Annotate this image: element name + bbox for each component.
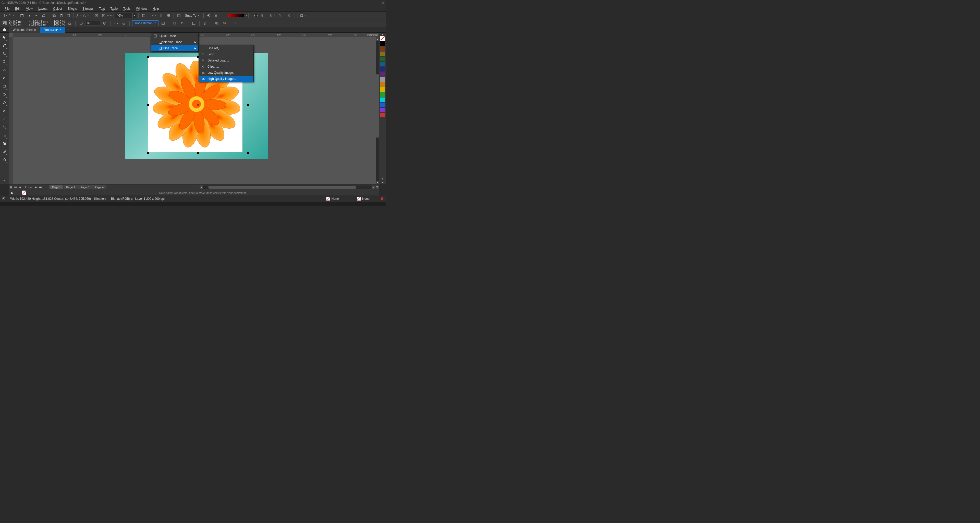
fill-tool[interactable]: ◢ [1, 156, 8, 163]
export-button[interactable] [100, 13, 107, 19]
rulers-button[interactable] [151, 13, 157, 19]
color-wheel-icon[interactable] [253, 13, 259, 19]
color-swatch[interactable] [380, 41, 385, 46]
vertical-ruler[interactable] [9, 37, 13, 184]
minimize-button[interactable]: — [369, 1, 372, 5]
wrap-icon[interactable] [191, 20, 197, 26]
parallel-dimension-tool[interactable]: ◢ [1, 115, 8, 122]
menu-tools[interactable]: Tools [121, 6, 133, 11]
menu-quick-trace[interactable]: Quick Trace [151, 33, 198, 39]
submenu-item-3[interactable]: Clipart... [199, 64, 253, 70]
color-swatch[interactable] [380, 92, 385, 97]
color-swatch[interactable] [380, 108, 385, 112]
close-button[interactable]: ✕ [382, 1, 384, 5]
color-swatch[interactable] [380, 67, 385, 72]
print-button[interactable] [41, 13, 47, 19]
connector-tool[interactable]: ◢ [1, 124, 8, 130]
palette-expand[interactable]: ◀ [380, 181, 385, 184]
prev-page-button[interactable]: ◀ [18, 185, 22, 189]
last-page-button[interactable]: ⏭ [38, 185, 43, 189]
options-button[interactable] [206, 13, 212, 19]
drop-shadow-tool[interactable]: ◢ [1, 132, 8, 139]
add-page-button[interactable]: + [43, 185, 48, 189]
options2-button[interactable] [213, 13, 219, 19]
polygon-tool[interactable]: ◢ [1, 99, 8, 106]
fullscreen-button[interactable] [141, 13, 147, 19]
zoom-dropdown[interactable]: ▼ [133, 13, 136, 18]
text-wrap-icon[interactable] [202, 20, 208, 26]
eyedropper-tool[interactable]: ◢ [1, 148, 8, 155]
cloud-down-icon[interactable] [33, 13, 40, 19]
menu-effects[interactable]: Effects [65, 6, 80, 11]
artistic-media-tool[interactable] [1, 75, 8, 82]
color-proof-icon[interactable] [380, 197, 384, 200]
doc-palette-nofill[interactable] [22, 191, 26, 195]
pen-tool-icon[interactable] [220, 13, 226, 19]
undo-button[interactable]: ▼ [76, 13, 82, 19]
open-button[interactable]: ▼ [9, 13, 15, 19]
color-swatch[interactable] [380, 97, 385, 102]
tab-document[interactable]: Fondo.cdr*× [40, 27, 65, 33]
color-swatch[interactable] [380, 113, 385, 118]
redo-button[interactable]: ▼ [83, 13, 89, 19]
vertical-scrollbar[interactable]: ▲ ▼ [375, 37, 379, 184]
shape-tool[interactable]: ◢ [1, 42, 8, 49]
color-swatch[interactable] [380, 103, 385, 107]
maximize-button[interactable]: ◻ [375, 1, 378, 5]
palette-up[interactable]: ▲ [380, 33, 385, 36]
zoom-tool-corner[interactable]: 🔍 [375, 186, 379, 189]
lock-ratio-icon[interactable] [67, 20, 73, 26]
sample-icon[interactable] [172, 20, 178, 26]
doc-palette-eyedropper[interactable] [16, 191, 19, 194]
mirror-v-icon[interactable] [121, 20, 127, 26]
outline-pen-icon[interactable] [352, 197, 355, 200]
submenu-item-2[interactable]: Detailed Logo... [199, 57, 253, 64]
menu-bitmaps[interactable]: Bitmaps [80, 6, 96, 11]
menu-outline-trace[interactable]: Outline Trace ▶ [151, 45, 198, 51]
menu-table[interactable]: Table [108, 6, 121, 11]
grid-button[interactable] [158, 13, 164, 19]
page-tab-1[interactable]: Page 1 [49, 185, 64, 189]
home-icon[interactable] [3, 28, 6, 31]
horizontal-scrollbar[interactable]: ◀▶ 🔍 [200, 186, 379, 189]
page-tab-4[interactable]: Page 4 [92, 185, 106, 189]
color-swatch[interactable] [380, 46, 385, 51]
snap-off-icon[interactable] [176, 13, 182, 19]
rotation-center-icon[interactable] [102, 20, 108, 26]
outline-color-preview[interactable] [228, 14, 244, 17]
doc-palette-menu[interactable]: ▶ [11, 191, 14, 195]
crop-icon[interactable] [179, 20, 185, 26]
zoom-tool[interactable]: ◢ [1, 58, 8, 65]
gear-icon[interactable] [2, 197, 6, 200]
edit-bitmap-icon[interactable] [160, 20, 166, 26]
fill-swatch-icon[interactable] [326, 197, 330, 200]
color-swatch[interactable] [380, 87, 385, 92]
crop-tool[interactable]: ◢ [1, 50, 8, 57]
page-tab-3[interactable]: Page 3 [78, 185, 92, 189]
order-front-icon[interactable] [213, 20, 220, 26]
menu-object[interactable]: Object [51, 6, 65, 11]
plus-button[interactable]: + [233, 20, 239, 26]
new-tab-button[interactable]: + [65, 28, 70, 32]
palette-down[interactable]: ▼ [380, 177, 385, 181]
position-fields[interactable]: X:0,0 mm Y:0,0 mm [9, 21, 23, 26]
menu-help[interactable]: Help [150, 6, 162, 11]
rotation-field[interactable]: 0,0 [86, 21, 100, 26]
object-origin-icon[interactable] [2, 20, 8, 26]
clipboard-button[interactable] [65, 13, 72, 19]
menu-centerline-trace[interactable]: Centerline Trace ▶ [151, 39, 198, 45]
menu-file[interactable]: File [2, 6, 12, 11]
menu-edit[interactable]: Edit [13, 6, 23, 11]
save-button[interactable] [19, 13, 25, 19]
color-swatch[interactable] [380, 62, 385, 66]
pdf-button[interactable]: PDF▼ [108, 13, 114, 19]
toolbox-expand[interactable]: + [1, 177, 8, 184]
close-tab-icon[interactable]: × [60, 28, 62, 31]
color-swatch[interactable] [380, 72, 385, 76]
submenu-item-0[interactable]: Line Art... [199, 45, 253, 51]
trace-bitmap-button[interactable]: Trace Bitmap▼ [132, 21, 159, 26]
outline-swatch-icon[interactable] [357, 197, 361, 200]
no-fill-swatch[interactable] [380, 36, 385, 41]
scale-fields[interactable]: 100,0% 100,0% [54, 21, 65, 26]
zoom-field[interactable]: 46% [115, 13, 133, 18]
